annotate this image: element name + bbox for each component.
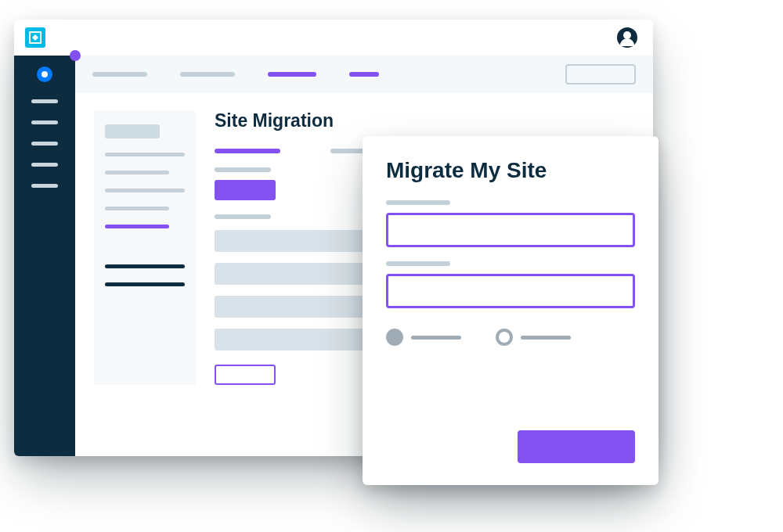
sidebar-item[interactable] <box>31 184 58 188</box>
page-title: Site Migration <box>215 110 634 131</box>
text-input[interactable] <box>215 329 387 350</box>
topbar <box>14 20 653 56</box>
submenu-item[interactable] <box>105 189 185 192</box>
radio-label <box>521 336 571 340</box>
action-pill-button[interactable] <box>565 64 636 84</box>
notification-dot-icon <box>70 50 81 61</box>
submenu-item[interactable] <box>105 207 169 210</box>
radio-selected-icon <box>386 329 403 346</box>
radio-label <box>411 336 461 340</box>
radio-option-2[interactable] <box>496 329 571 346</box>
sidebar-item[interactable] <box>31 120 58 124</box>
user-avatar-icon[interactable] <box>617 27 637 48</box>
submit-button[interactable] <box>518 430 635 463</box>
sidebar-item[interactable] <box>31 142 58 146</box>
sidebar <box>14 56 75 456</box>
modal-field-label <box>386 261 450 266</box>
submenu-item[interactable] <box>105 171 169 174</box>
radio-unselected-icon <box>496 329 513 346</box>
radio-option-1[interactable] <box>386 329 461 346</box>
submenu-item-active[interactable] <box>105 225 169 228</box>
submenu-item[interactable] <box>105 153 185 156</box>
tab-active[interactable] <box>268 72 316 77</box>
tab[interactable] <box>180 72 235 77</box>
modal-title: Migrate My Site <box>386 158 635 183</box>
text-input[interactable] <box>215 263 387 285</box>
sidebar-item[interactable] <box>31 99 58 103</box>
sidebar-item[interactable] <box>31 163 58 167</box>
modal-input-1[interactable] <box>386 213 635 247</box>
tabstrip <box>75 56 653 93</box>
tab-active-secondary[interactable] <box>349 72 379 77</box>
submenu <box>94 110 196 385</box>
modal-field-label <box>386 200 450 205</box>
radio-group <box>386 329 635 346</box>
submenu-heading <box>105 124 160 138</box>
field-label <box>215 167 271 172</box>
sidebar-item-active[interactable] <box>37 66 52 82</box>
text-input[interactable] <box>215 296 387 318</box>
modal-input-2[interactable] <box>386 274 635 308</box>
submenu-item[interactable] <box>105 282 185 286</box>
text-input[interactable] <box>215 230 387 252</box>
submenu-item[interactable] <box>105 264 185 268</box>
secondary-button[interactable] <box>215 365 276 385</box>
selected-option-chip[interactable] <box>215 180 276 200</box>
migrate-modal: Migrate My Site <box>363 136 659 485</box>
brand-logo[interactable] <box>25 27 45 48</box>
tab[interactable] <box>92 72 147 77</box>
step-indicator-active[interactable] <box>215 149 280 153</box>
field-label <box>215 214 271 219</box>
